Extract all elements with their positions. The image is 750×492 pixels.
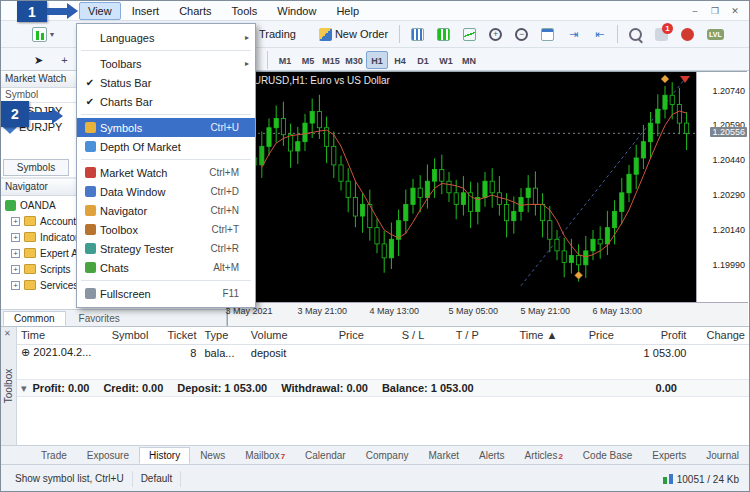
chart-plot[interactable]: EURUSD,H1: Euro vs US Dollar xyxy=(228,72,696,302)
column-header-profit[interactable]: Profit xyxy=(618,327,691,344)
view-menu-item-toolbars[interactable]: Toolbars▸ xyxy=(77,54,255,73)
timeframe-m1[interactable]: M1 xyxy=(274,51,296,69)
candle-chart-mode-button[interactable] xyxy=(432,24,455,45)
menu-separator xyxy=(81,50,251,51)
tab-exposure[interactable]: Exposure xyxy=(77,447,139,464)
auto-scroll-button[interactable]: ⇥ xyxy=(562,24,585,45)
column-header-change[interactable]: Change xyxy=(690,327,749,344)
expander-icon[interactable]: + xyxy=(11,265,20,274)
collapse-icon[interactable]: ▾ xyxy=(21,382,27,395)
tab-company[interactable]: Company xyxy=(356,447,419,464)
column-header-type[interactable]: Type xyxy=(200,327,246,344)
timeframe-h1[interactable]: H1 xyxy=(366,51,388,69)
record-button[interactable] xyxy=(676,24,699,45)
tab-badge: 7 xyxy=(281,452,285,461)
tab-mailbox[interactable]: Mailbox7 xyxy=(235,447,295,464)
chart-window[interactable]: EURUSD,H1: Euro vs US Dollar 1.207401.20… xyxy=(227,71,747,326)
tab-market[interactable]: Market xyxy=(418,447,469,464)
timeframe-m15[interactable]: M15 xyxy=(320,51,342,69)
zoom-in-button[interactable]: + xyxy=(484,24,507,45)
new-order-icon xyxy=(319,28,332,41)
tile-windows-button[interactable] xyxy=(536,24,559,45)
notifications-button[interactable]: 1 xyxy=(650,24,673,45)
menu-help[interactable]: Help xyxy=(327,2,368,20)
column-header-price[interactable]: Price xyxy=(305,327,368,344)
expander-icon[interactable]: + xyxy=(11,233,20,242)
fullscreen-icon xyxy=(80,288,100,300)
tab-experts[interactable]: Experts xyxy=(642,447,696,464)
expander-icon[interactable]: + xyxy=(11,281,20,290)
new-order-button[interactable]: New Order xyxy=(314,24,393,45)
view-menu-item-fullscreen[interactable]: FullscreenF11 xyxy=(77,284,255,303)
menu-window[interactable]: Window xyxy=(268,2,325,20)
cursor-icon: ➤ xyxy=(32,54,45,67)
search-button[interactable] xyxy=(624,24,647,45)
view-menu-item-toolbox[interactable]: ToolboxCtrl+T xyxy=(77,220,255,239)
view-menu-item-status-bar[interactable]: ✔Status Bar xyxy=(77,73,255,92)
timeframe-m30[interactable]: M30 xyxy=(343,51,365,69)
chart-shift-icon: ⇤ xyxy=(593,28,606,41)
price-axis[interactable]: 1.207401.205901.204401.202901.201401.199… xyxy=(696,72,748,302)
cursor-tool-button[interactable]: ➤ xyxy=(27,50,50,71)
timeframe-w1[interactable]: W1 xyxy=(435,51,457,69)
view-menu-item-chats[interactable]: ChatsAlt+M xyxy=(77,258,255,277)
view-menu-item-depth-of-market[interactable]: Depth Of Market xyxy=(77,137,255,156)
timeframe-d1[interactable]: D1 xyxy=(412,51,434,69)
column-header-price[interactable]: Price xyxy=(561,327,617,344)
column-header-time[interactable]: Time xyxy=(17,327,108,344)
market-watch-symbols-tab[interactable]: Symbols xyxy=(3,159,69,176)
column-header-symbol[interactable]: Symbol xyxy=(108,327,162,344)
column-header-sl[interactable]: S / L xyxy=(368,327,428,344)
view-menu-item-market-watch[interactable]: Market WatchCtrl+M xyxy=(77,163,255,182)
time-axis[interactable]: 3 May 20213 May 21:004 May 13:005 May 05… xyxy=(228,302,748,327)
connection-status[interactable]: 10051 / 24 Kb xyxy=(663,474,743,485)
crosshair-tool-button[interactable]: + xyxy=(53,50,76,71)
new-chart-button[interactable]: ▾ xyxy=(27,24,59,45)
menu-tools[interactable]: Tools xyxy=(223,2,267,20)
timeframe-mn[interactable]: MN xyxy=(458,51,480,69)
menu-insert[interactable]: Insert xyxy=(123,2,169,20)
view-menu-item-data-window[interactable]: Data WindowCtrl+D xyxy=(77,182,255,201)
tab-trade[interactable]: Trade xyxy=(31,447,77,464)
tab-calendar[interactable]: Calendar xyxy=(295,447,356,464)
expander-icon[interactable]: + xyxy=(11,217,20,226)
level-button[interactable]: LVL xyxy=(702,24,729,45)
close-icon[interactable]: ✕ xyxy=(4,329,11,338)
tab-articles[interactable]: Articles2 xyxy=(515,447,573,464)
line-chart-mode-button[interactable] xyxy=(458,24,481,45)
expander-icon[interactable]: + xyxy=(11,249,20,258)
table-row[interactable]: ⊕ 2021.04.2...8bala...deposit1 053.00 xyxy=(17,344,749,361)
column-header-time[interactable]: Time ▲ xyxy=(483,327,562,344)
profile-name[interactable]: Default xyxy=(133,471,182,487)
tab-journal[interactable]: Journal xyxy=(696,447,749,464)
minimize-button[interactable]: ‒ xyxy=(687,6,703,16)
navigator-item-label: Scripts xyxy=(40,264,71,275)
close-button[interactable]: ✕ xyxy=(727,6,743,16)
tab-news[interactable]: News xyxy=(190,447,235,464)
panel-tab-common[interactable]: Common xyxy=(3,311,66,326)
bar-chart-mode-button[interactable] xyxy=(406,24,429,45)
view-menu-item-strategy-tester[interactable]: Strategy TesterCtrl+R xyxy=(77,239,255,258)
view-menu-item-navigator[interactable]: NavigatorCtrl+N xyxy=(77,201,255,220)
new-order-label: New Order xyxy=(335,28,388,40)
timeframe-h4[interactable]: H4 xyxy=(389,51,411,69)
column-header-tp[interactable]: T / P xyxy=(428,327,482,344)
candlestick-icon xyxy=(437,28,450,41)
tab-alerts[interactable]: Alerts xyxy=(469,447,515,464)
tab-code-base[interactable]: Code Base xyxy=(573,447,642,464)
view-menu-item-symbols[interactable]: SymbolsCtrl+U xyxy=(77,118,255,137)
view-menu-item-charts-bar[interactable]: ✔Charts Bar xyxy=(77,92,255,111)
timeframe-m5[interactable]: M5 xyxy=(297,51,319,69)
panel-tab-favorites[interactable]: Favorites xyxy=(68,311,131,326)
chart-shift-button[interactable]: ⇤ xyxy=(588,24,611,45)
column-header-volume[interactable]: Volume xyxy=(247,327,305,344)
candlestick-chart[interactable] xyxy=(228,72,696,302)
tab-history[interactable]: History xyxy=(139,447,190,464)
menu-bar: ViewInsertChartsToolsWindowHelp ‒ ❐ ✕ xyxy=(1,1,749,21)
menu-view[interactable]: View xyxy=(79,2,121,20)
zoom-out-button[interactable]: − xyxy=(510,24,533,45)
view-menu-item-languages[interactable]: Languages▸ xyxy=(77,28,255,47)
menu-charts[interactable]: Charts xyxy=(170,2,220,20)
column-header-ticket[interactable]: Ticket xyxy=(162,327,200,344)
restore-button[interactable]: ❐ xyxy=(707,6,723,16)
